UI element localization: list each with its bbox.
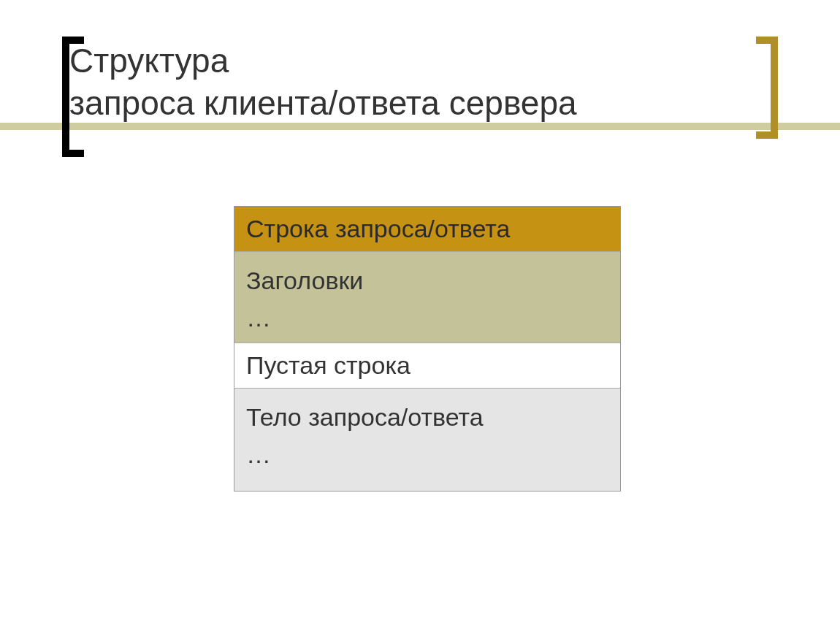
headers-label: Заголовки … (246, 267, 363, 332)
diagram-row-body: Тело запроса/ответа … (234, 389, 620, 491)
slide-container: Структура запроса клиента/ответа сервера… (0, 0, 840, 631)
title-line-1: Структура (69, 40, 771, 83)
diagram-row-empty-line: Пустая строка (234, 343, 620, 389)
empty-line-label: Пустая строка (246, 351, 411, 380)
body-label: Тело запроса/ответа … (246, 403, 484, 468)
title-line-2: запроса клиента/ответа сервера (69, 83, 771, 125)
slide-title: Структура запроса клиента/ответа сервера (69, 40, 771, 124)
diagram-row-request-line: Строка запроса/ответа (234, 207, 620, 252)
http-message-structure-diagram: Строка запроса/ответа Заголовки … Пустая… (234, 206, 621, 492)
request-line-label: Строка запроса/ответа (246, 215, 510, 243)
diagram-row-headers: Заголовки … (234, 252, 620, 343)
